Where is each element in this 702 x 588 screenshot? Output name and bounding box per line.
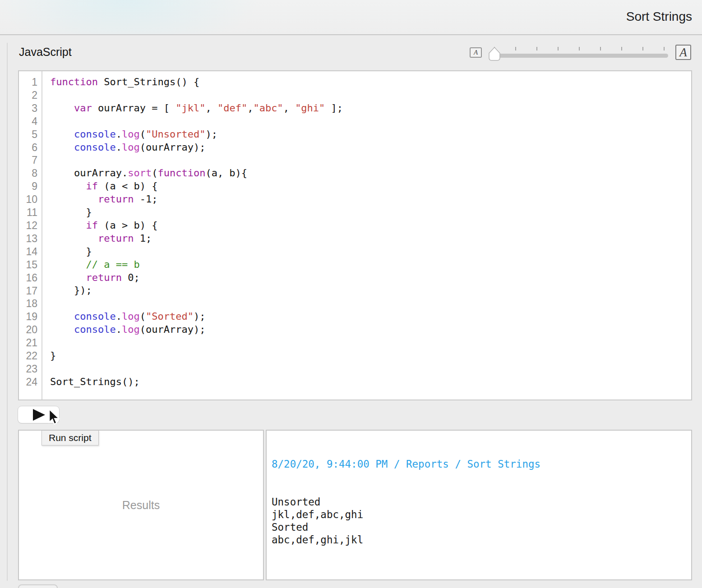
page-title: Sort Strings: [626, 9, 692, 24]
code-line: });: [50, 284, 691, 297]
output-line: abc,def,ghi,jkl: [272, 533, 687, 546]
output-header-line: 8/20/20, 9:44:00 PM / Reports / Sort Str…: [272, 458, 687, 470]
left-edge-divider: [7, 43, 8, 581]
line-number: 17: [19, 285, 37, 298]
language-label: JavaScript: [19, 46, 72, 59]
clipped-bottom-button[interactable]: [18, 584, 58, 588]
decrease-font-size-button[interactable]: A: [470, 47, 482, 58]
title-bar: Sort Strings: [0, 0, 702, 35]
code-line: console.log("Unsorted");: [50, 128, 691, 141]
code-line: }: [50, 349, 691, 363]
line-number: 11: [19, 206, 37, 219]
line-number: 2: [19, 89, 37, 102]
code-line: Sort_Strings();: [50, 376, 691, 389]
font-size-slider-ticks: [494, 47, 665, 51]
large-a-icon: A: [679, 46, 687, 60]
line-number: 20: [19, 323, 37, 336]
line-number: 24: [19, 376, 37, 389]
font-size-slider-thumb[interactable]: [488, 47, 501, 63]
code-line: ourArray.sort(function(a, b){: [50, 167, 691, 180]
code-line: [50, 154, 691, 167]
code-line: [50, 363, 691, 376]
output-line: jkl,def,abc,ghi: [272, 508, 687, 521]
line-number: 10: [19, 193, 37, 206]
small-a-icon: A: [474, 49, 478, 56]
code-line: return 1;: [50, 232, 691, 245]
results-placeholder: Results: [122, 499, 160, 512]
code-line: [50, 297, 691, 310]
output-lines: Unsortedjkl,def,abc,ghiSortedabc,def,ghi…: [272, 496, 687, 546]
code-line: if (a < b) {: [50, 180, 691, 193]
line-number: 3: [19, 102, 37, 115]
line-number-gutter: 123456789101112131415161718192021222324: [19, 71, 42, 400]
mouse-cursor-icon: [46, 409, 63, 428]
line-number: 21: [19, 336, 37, 349]
code-line: // a == b: [50, 258, 691, 271]
line-number: 6: [19, 141, 37, 154]
code-line: if (a > b) {: [50, 219, 691, 232]
code-line: [50, 89, 691, 102]
line-number: 12: [19, 219, 37, 232]
line-number: 22: [19, 349, 37, 363]
line-number: 4: [19, 115, 37, 128]
line-number: 19: [19, 310, 37, 323]
play-icon: [33, 409, 45, 421]
line-number: 1: [19, 76, 37, 89]
code-editor: 123456789101112131415161718192021222324 …: [18, 70, 692, 400]
line-number: 8: [19, 167, 37, 180]
console-output-panel: 8/20/20, 9:44:00 PM / Reports / Sort Str…: [266, 430, 692, 580]
code-line: [50, 336, 691, 349]
line-number: 18: [19, 297, 37, 310]
output-line: Sorted: [272, 521, 687, 533]
run-script-tooltip: Run script: [42, 430, 99, 446]
line-number: 14: [19, 245, 37, 258]
code-line: }: [50, 245, 691, 258]
line-number: 15: [19, 258, 37, 271]
increase-font-size-button[interactable]: A: [675, 45, 691, 60]
line-number: 9: [19, 180, 37, 193]
code-line: [50, 115, 691, 128]
line-number: 16: [19, 271, 37, 285]
code-line: }: [50, 206, 691, 219]
code-line: console.log(ourArray);: [50, 323, 691, 336]
code-line: return 0;: [50, 271, 691, 285]
code-line: var ourArray = [ "jkl", "def","abc", "gh…: [50, 102, 691, 115]
code-pane[interactable]: function Sort_Strings() { var ourArray =…: [42, 71, 691, 400]
output-line: Unsorted: [272, 496, 687, 508]
code-line: console.log(ourArray);: [50, 141, 691, 154]
results-panel: Results: [18, 430, 264, 580]
code-line: return -1;: [50, 193, 691, 206]
code-line: function Sort_Strings() {: [50, 76, 691, 89]
line-number: 7: [19, 154, 37, 167]
font-size-slider-track[interactable]: [493, 54, 668, 58]
line-number: 13: [19, 232, 37, 245]
code-line: console.log("Sorted");: [50, 310, 691, 323]
line-number: 5: [19, 128, 37, 141]
line-number: 23: [19, 363, 37, 376]
